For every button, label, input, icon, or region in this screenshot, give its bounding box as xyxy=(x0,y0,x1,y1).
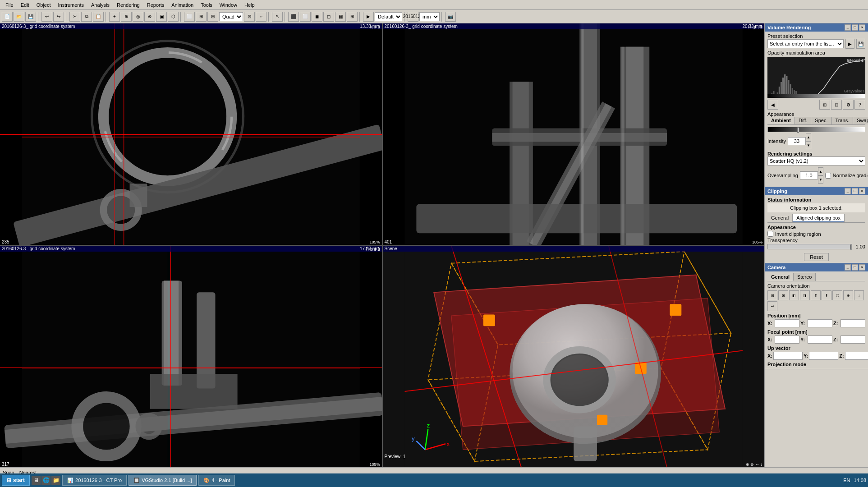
viewport-top-right[interactable]: 20160126-3_ grid coordinate system 20.73… xyxy=(383,23,765,245)
tool6-btn[interactable]: ⬡ xyxy=(168,12,179,22)
taskbar-app-ct[interactable]: 📊 20160126-3 - CT Pro xyxy=(62,475,127,486)
tool3-btn[interactable]: ◎ xyxy=(133,12,143,22)
cam-sync-btn[interactable]: ↕ xyxy=(854,290,864,300)
transparency-track[interactable] xyxy=(767,244,852,249)
upvec-z-input[interactable]: -0.152291 xyxy=(845,352,868,360)
cursor-btn[interactable]: ↖ xyxy=(272,12,283,22)
tab-diff[interactable]: Diff. xyxy=(795,117,811,124)
hist-ctrl1[interactable]: ⊞ xyxy=(819,100,830,110)
hist-ctrl2[interactable]: ⊟ xyxy=(831,100,842,110)
undo-btn[interactable]: ↩ xyxy=(41,12,52,22)
reset-button[interactable]: Reset xyxy=(804,253,829,261)
tray-icon-1[interactable]: 🖥 xyxy=(32,476,41,485)
menu-tools[interactable]: Tools xyxy=(197,1,216,9)
screenshot-btn[interactable]: 📷 xyxy=(445,12,456,22)
intensity-handle[interactable] xyxy=(797,127,799,133)
oversamp-up[interactable]: ▲ xyxy=(818,167,823,175)
cam-back-btn[interactable]: ⊠ xyxy=(778,290,788,300)
open-btn[interactable]: 📂 xyxy=(14,12,24,22)
tool2-btn[interactable]: ⊕ xyxy=(121,12,132,22)
transparency-handle[interactable] xyxy=(850,244,852,250)
menu-window[interactable]: Window xyxy=(216,1,241,9)
tray-icon-3[interactable]: 📁 xyxy=(51,476,60,485)
pos-x-input[interactable]: 81.94 xyxy=(775,319,799,327)
focal-y-input[interactable]: 81.98 xyxy=(808,335,832,344)
snap6-btn[interactable]: ⊞ xyxy=(347,12,358,22)
snap2-btn[interactable]: ⬜ xyxy=(300,12,311,22)
render-btn[interactable]: ▶ xyxy=(363,12,374,22)
cam-fit-btn[interactable]: ⊕ xyxy=(843,290,853,300)
histogram-area[interactable]: Interval 1 Grayvalues xyxy=(767,57,865,98)
vr-minimize-btn[interactable]: _ xyxy=(845,24,851,31)
cam-front-btn[interactable]: ⊟ xyxy=(767,290,777,300)
cut-btn[interactable]: ✂ xyxy=(69,12,80,22)
preset-save-btn[interactable]: 💾 xyxy=(856,39,865,49)
cam-tab-stereo[interactable]: Stereo xyxy=(794,273,816,281)
cam-bottom-btn[interactable]: ⬇ xyxy=(822,290,831,300)
oversampling-spin[interactable]: ▲ ▼ xyxy=(800,167,823,184)
preset-select[interactable]: Select an entry from the list... xyxy=(767,39,844,48)
tab-spec[interactable]: Spec. xyxy=(811,117,831,124)
menu-help[interactable]: Help xyxy=(241,1,258,9)
intensity-up[interactable]: ▲ xyxy=(806,133,811,141)
viewport-bottom-left[interactable]: 20160126-3_ grid coordinate system 17.87… xyxy=(0,246,382,467)
oversampling-input[interactable] xyxy=(800,171,818,179)
normalize-checkbox[interactable] xyxy=(825,173,831,179)
view5-btn[interactable]: ↔ xyxy=(256,12,266,22)
cam-tab-general[interactable]: General xyxy=(767,273,794,281)
hist-left-btn[interactable]: ◀ xyxy=(767,100,778,110)
copy-btn[interactable]: ⧉ xyxy=(81,12,92,22)
viewport-top-left[interactable]: 20160126-3_ grid coordinate system 13.33… xyxy=(0,23,382,245)
tab-ambient[interactable]: Ambient xyxy=(767,117,795,124)
rendering-engine-select[interactable]: Scatter HQ (v1.2) xyxy=(767,156,865,165)
intensity-input[interactable]: 33 xyxy=(788,137,806,145)
unit-select[interactable]: mm xyxy=(419,12,440,21)
paste-btn[interactable]: 📋 xyxy=(93,12,104,22)
snap5-btn[interactable]: ▦ xyxy=(335,12,346,22)
invert-checkbox[interactable] xyxy=(767,231,773,237)
start-button[interactable]: ⊞ start xyxy=(2,475,30,486)
menu-animation[interactable]: Animation xyxy=(168,1,197,9)
menu-file[interactable]: File xyxy=(2,1,17,9)
cam-maximize-btn[interactable]: □ xyxy=(852,264,858,271)
hist-ctrl4[interactable]: ? xyxy=(854,100,865,110)
cam-minimize-btn[interactable]: _ xyxy=(845,264,851,271)
view-preset-select[interactable]: Quad xyxy=(219,12,243,21)
oversamp-down[interactable]: ▼ xyxy=(818,175,823,184)
clip-tab-general[interactable]: General xyxy=(767,214,793,222)
menu-reports[interactable]: Reports xyxy=(143,1,168,9)
intensity-down[interactable]: ▼ xyxy=(806,141,811,149)
cam-right-btn[interactable]: ◨ xyxy=(800,290,810,300)
clip-minimize-btn[interactable]: _ xyxy=(845,188,851,194)
clip-close-btn[interactable]: × xyxy=(859,188,865,194)
tool4-btn[interactable]: ⊗ xyxy=(144,12,155,22)
menu-edit[interactable]: Edit xyxy=(17,1,33,9)
snap3-btn[interactable]: ◼ xyxy=(312,12,322,22)
renderer-select[interactable]: Default xyxy=(375,12,402,21)
tray-icon-2[interactable]: 🌐 xyxy=(41,476,51,485)
cam-reset-btn[interactable]: ↩ xyxy=(767,301,777,311)
date-btn[interactable]: 20160126 xyxy=(408,12,418,22)
tab-trans[interactable]: Trans. xyxy=(832,117,854,124)
view3-btn[interactable]: ⊟ xyxy=(207,12,218,22)
new-btn[interactable]: 📄 xyxy=(2,12,13,22)
view2-btn[interactable]: ⊞ xyxy=(196,12,207,22)
hist-ctrl3[interactable]: ⚙ xyxy=(843,100,854,110)
vr-maximize-btn[interactable]: □ xyxy=(852,24,858,31)
preset-load-btn[interactable]: ▶ xyxy=(845,39,854,49)
view4-btn[interactable]: ⊡ xyxy=(244,12,255,22)
clip-maximize-btn[interactable]: □ xyxy=(852,188,858,194)
taskbar-app-paint[interactable]: 🎨 4 - Paint xyxy=(198,475,235,486)
focal-z-input[interactable]: 111.87 xyxy=(840,335,865,344)
menu-object[interactable]: Object xyxy=(33,1,55,9)
viewport-scene[interactable]: Scene xyxy=(383,246,765,467)
snap1-btn[interactable]: ⬛ xyxy=(288,12,299,22)
redo-btn[interactable]: ↪ xyxy=(53,12,64,22)
tab-swap[interactable]: Swap xyxy=(853,117,868,124)
cam-iso-btn[interactable]: ⬡ xyxy=(832,290,842,300)
focal-x-input[interactable]: -43.35 xyxy=(775,335,799,344)
clip-tab-aligned[interactable]: Aligned clipping box xyxy=(793,214,845,222)
intensity-track[interactable] xyxy=(767,127,865,132)
menu-instruments[interactable]: Instruments xyxy=(55,1,87,9)
cam-close-btn[interactable]: × xyxy=(859,264,865,271)
